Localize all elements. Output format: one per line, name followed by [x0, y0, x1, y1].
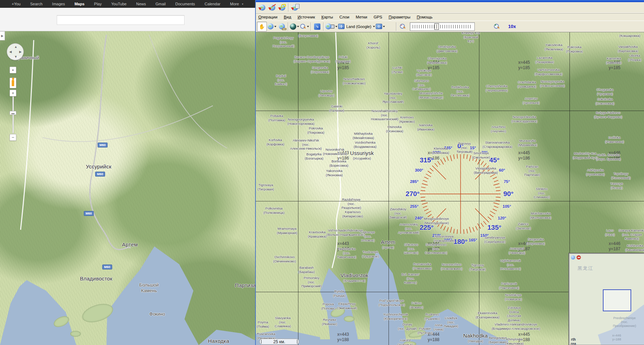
menu-карты[interactable]: Карты — [321, 15, 333, 19]
zoom-slider[interactable] — [410, 22, 475, 31]
nav-item-gmail[interactable]: Gmail — [155, 2, 166, 6]
degree-label-90: 90° — [503, 190, 514, 198]
degree-label-330: 330° — [433, 150, 441, 155]
zoom-in-button[interactable]: + — [10, 90, 16, 96]
pan-up-icon[interactable]: ▲ — [14, 45, 17, 49]
toolbar-separator — [310, 22, 311, 31]
map-label: Uglekamensk(пос.Углекаменск) — [484, 258, 537, 271]
degree-label-45: 45° — [489, 156, 500, 164]
pan-control[interactable]: ▲ ▼ ◀ ▶ — [7, 43, 24, 60]
menu-слои[interactable]: Слои — [340, 15, 349, 19]
map-label: Владивосток — [70, 276, 123, 282]
map-label: Anuchino(Анучино) — [472, 125, 525, 133]
tile-coordinate-label: x=444 y=187 — [428, 241, 439, 252]
download-polygon-button[interactable] — [277, 2, 287, 12]
minimap-collapse-icon[interactable] — [577, 255, 581, 260]
pan-down-icon[interactable]: ▼ — [14, 55, 17, 59]
degree-label-285: 285° — [410, 179, 419, 184]
download-manager-button[interactable] — [290, 2, 300, 12]
download-polygon-icon — [279, 5, 285, 11]
map-label: Muraveyka(Муравейка) — [501, 139, 554, 147]
tile-coordinate-label: x=443 y=186 — [337, 150, 349, 161]
pan-left-icon[interactable]: ◀ — [9, 50, 12, 54]
sidebar-collapse-tab[interactable]: ▶ — [0, 31, 5, 40]
gis-map-canvas[interactable]: x=443 y=185x=444 y=185x=445 y=185x=446 y… — [256, 32, 644, 345]
map-label: Kamenka(Каменка) — [587, 56, 640, 65]
source-mode-button[interactable] — [325, 22, 338, 32]
island — [70, 331, 81, 337]
zoom-in-button[interactable]: + — [492, 22, 502, 32]
menu-метки[interactable]: Метки — [356, 15, 367, 19]
island — [344, 316, 354, 322]
search-tool-button[interactable] — [299, 22, 309, 32]
grid-hline — [256, 201, 644, 201]
measure-tool-button[interactable] — [277, 22, 287, 32]
map-label: Shkotovo(пос.Шкотово) — [385, 243, 438, 255]
minimap-viewport-rect[interactable] — [603, 289, 631, 311]
map-label: Grazhdanka(Гражданка) — [500, 80, 554, 88]
menu-параметры[interactable]: Параметры — [389, 15, 410, 19]
map-label: Zales'e(Залесье) — [497, 222, 550, 230]
hand-icon: ✋ — [259, 24, 265, 29]
search-input[interactable] — [57, 15, 185, 25]
download-polyline-button[interactable] — [267, 2, 277, 12]
map-label: Baykal(пос.Байкал) — [256, 74, 308, 86]
fullscreen-button[interactable]: ⇘ — [312, 22, 322, 32]
map-label: Bulyga-Fadeevo(Булыга-Фадеево) — [582, 111, 635, 119]
nav-item-play[interactable]: Play — [94, 2, 101, 6]
map-label: Kravtsovka(Кравцовка) — [291, 230, 344, 238]
pan-right-icon[interactable]: ▶ — [19, 50, 22, 54]
nav-item-news[interactable]: News — [136, 2, 146, 6]
menu-вид[interactable]: Вид — [284, 15, 291, 19]
map-label: Sergeevka(Сергеевка) — [509, 237, 562, 245]
zoom-slider-handle[interactable]: ▬ — [10, 111, 16, 115]
map-label: Lazo(Лазо) — [583, 228, 637, 237]
overview-minimap[interactable]: 黑龙江Preobrazheniye (пос. Преображение)x=4… — [569, 253, 644, 345]
zoom-out-button[interactable]: − — [398, 22, 408, 32]
nav-item-you[interactable]: +You — [12, 2, 21, 6]
more-caret-icon: ▼ — [241, 3, 244, 5]
menu-источник[interactable]: Источник — [298, 15, 315, 19]
road-badge-m60: M60 — [95, 172, 105, 177]
tile-coordinate-label: x=443 y=187 — [337, 241, 349, 252]
map-label: Vinogradovka(Виноградовка) — [459, 166, 512, 174]
globe-monitor-icon — [325, 23, 331, 29]
google-map-canvas[interactable]: M60M60M60M60 ПограничныйУссурийскАртемВл… — [0, 31, 255, 345]
my-location-button[interactable]: ● — [10, 67, 16, 73]
distance-tool-button[interactable] — [267, 22, 277, 32]
chevron-down-icon — [297, 26, 299, 28]
download-selection-button[interactable] — [257, 2, 267, 12]
nav-item-maps[interactable]: Maps — [75, 2, 84, 6]
nav-item-more[interactable]: More — [230, 2, 239, 6]
map-source-button[interactable]: Land (Google) — [338, 22, 375, 32]
map-label: Uglovoye(пос.Угловое) — [341, 230, 395, 243]
zoom-out-button[interactable]: − — [10, 134, 16, 141]
menu-помощь[interactable]: Помощь — [417, 15, 433, 19]
nav-item-calendar[interactable]: Calendar — [205, 2, 221, 6]
map-label: Trudovoye(Трудовое) — [344, 250, 397, 258]
map-label: Novogeorgiyevka(Новогеоргиевка) — [274, 117, 327, 126]
map-label: Izvilinka(Извилинка) — [588, 135, 641, 144]
map-label: Khorol'(Хороль) — [347, 41, 400, 49]
nav-item-youtube[interactable]: YouTube — [111, 2, 126, 6]
minimap-globe-icon[interactable] — [571, 255, 575, 260]
map-label: Novorossiya(Новороссия) — [418, 234, 471, 243]
layers-button[interactable] — [375, 22, 385, 32]
road-badge-m60: M60 — [84, 211, 94, 216]
map-label: Lipovtsy(Липовцы) — [300, 89, 353, 97]
download-polyline-icon — [269, 5, 275, 11]
zoom-slider-thumb[interactable] — [434, 23, 439, 30]
nav-item-documents[interactable]: Documents — [175, 2, 195, 6]
pegman-control[interactable] — [10, 78, 16, 88]
toolbar-separator — [288, 22, 288, 31]
map-label: Artem(Артем) — [362, 239, 415, 250]
map-label: Ekaterinovka(Екатериновка) — [461, 311, 514, 319]
menu-операции[interactable]: Операции — [258, 15, 277, 19]
menu-gps[interactable]: GPS — [374, 15, 382, 19]
nav-item-search[interactable]: Search — [30, 2, 43, 6]
zoom-slider-track[interactable] — [12, 96, 14, 133]
google-maps-page: +YouSearchImagesMapsPlayYouTubeNewsGmail… — [0, 0, 255, 345]
nav-item-images[interactable]: Images — [52, 2, 65, 6]
webcam-button[interactable] — [290, 22, 299, 32]
pan-tool-button[interactable]: ✋ — [257, 22, 267, 32]
